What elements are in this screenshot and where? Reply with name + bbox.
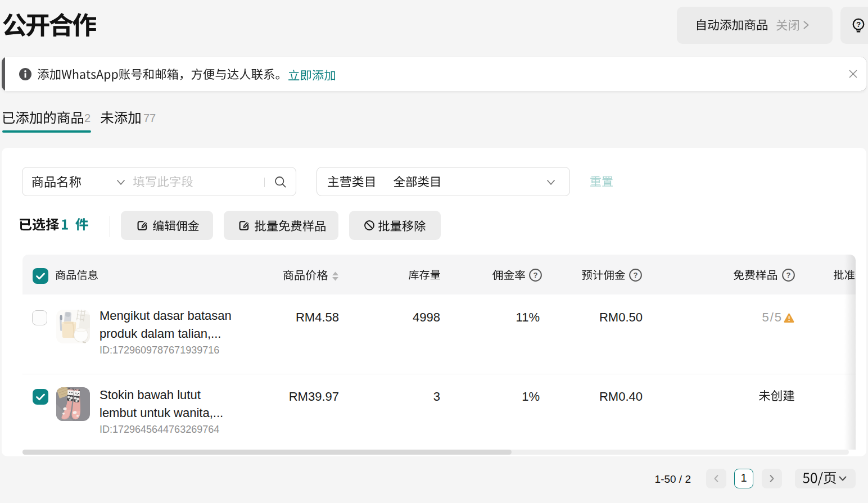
svg-text:?: ? bbox=[534, 271, 538, 279]
svg-text:?: ? bbox=[786, 271, 791, 279]
svg-text:?: ? bbox=[856, 20, 861, 29]
svg-text:?: ? bbox=[634, 271, 638, 279]
